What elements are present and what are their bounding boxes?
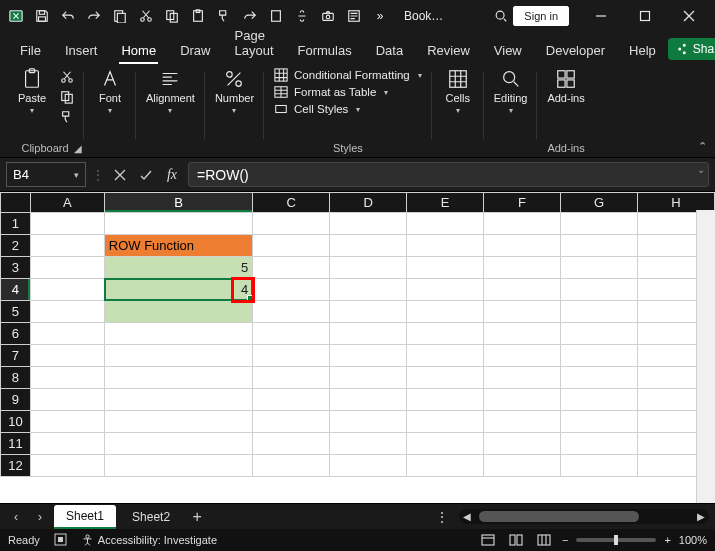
worksheet-grid[interactable]: A B C D E F G H 1 2ROW Function 35 44 5 …: [0, 192, 715, 503]
alignment-button[interactable]: Alignment ▾: [142, 66, 199, 117]
format-painter-mini-icon[interactable]: [56, 108, 78, 126]
scroll-left-icon[interactable]: ◀: [463, 511, 471, 522]
number-label: Number: [215, 92, 254, 104]
zoom-slider[interactable]: [576, 538, 656, 542]
col-header-e[interactable]: E: [407, 193, 484, 213]
col-header-b[interactable]: B: [104, 193, 253, 213]
tab-options-icon[interactable]: ⋮: [435, 509, 449, 525]
paste-small-icon[interactable]: [186, 4, 210, 28]
tab-file[interactable]: File: [8, 37, 53, 64]
addins-button[interactable]: Add-ins: [543, 66, 588, 106]
row-header[interactable]: 7: [1, 345, 31, 367]
tab-draw[interactable]: Draw: [168, 37, 222, 64]
strike-icon[interactable]: [290, 4, 314, 28]
normal-view-icon[interactable]: [478, 532, 498, 548]
cell-b5[interactable]: [104, 301, 253, 323]
row-header[interactable]: 4: [1, 279, 31, 301]
overflow-icon[interactable]: »: [368, 4, 392, 28]
tab-home[interactable]: Home: [109, 37, 168, 64]
horizontal-scrollbar[interactable]: ◀ ▶: [459, 509, 709, 524]
tab-insert[interactable]: Insert: [53, 37, 110, 64]
insert-function-icon[interactable]: fx: [162, 163, 182, 187]
row-header[interactable]: 1: [1, 213, 31, 235]
close-button[interactable]: [667, 0, 711, 32]
form-icon[interactable]: [342, 4, 366, 28]
scrollbar-thumb[interactable]: [479, 511, 639, 522]
col-header-h[interactable]: H: [638, 193, 715, 213]
minimize-button[interactable]: [579, 0, 623, 32]
number-button[interactable]: Number ▾: [211, 66, 258, 117]
row-header[interactable]: 9: [1, 389, 31, 411]
page-layout-view-icon[interactable]: [506, 532, 526, 548]
zoom-out-button[interactable]: −: [562, 534, 568, 546]
row-header[interactable]: 8: [1, 367, 31, 389]
format-as-table-button[interactable]: Format as Table▾: [270, 85, 426, 99]
sheet-tab-2[interactable]: Sheet2: [120, 506, 182, 528]
cancel-formula-icon[interactable]: [110, 163, 130, 187]
row-header[interactable]: 11: [1, 433, 31, 455]
cell-b3[interactable]: 5: [104, 257, 253, 279]
sheet-tab-1[interactable]: Sheet1: [54, 505, 116, 529]
quick-access-toolbar: »: [4, 4, 392, 28]
tab-formulas[interactable]: Formulas: [286, 37, 364, 64]
copy-icon[interactable]: [160, 4, 184, 28]
zoom-in-button[interactable]: +: [664, 534, 670, 546]
row-header[interactable]: 5: [1, 301, 31, 323]
chevron-down-icon: ▾: [232, 106, 236, 115]
row-header[interactable]: 10: [1, 411, 31, 433]
tab-view[interactable]: View: [482, 37, 534, 64]
select-all-corner[interactable]: [1, 193, 31, 213]
col-header-g[interactable]: G: [561, 193, 638, 213]
conditional-formatting-button[interactable]: Conditional Formatting▾: [270, 68, 426, 82]
cut-icon[interactable]: [134, 4, 158, 28]
copy-mini-icon[interactable]: [56, 88, 78, 106]
maximize-button[interactable]: [623, 0, 667, 32]
col-header-d[interactable]: D: [330, 193, 407, 213]
zoom-slider-handle[interactable]: [614, 535, 618, 545]
cut-mini-icon[interactable]: [56, 68, 78, 86]
cell-b4[interactable]: 4: [104, 279, 253, 301]
editing-button[interactable]: Editing ▾: [490, 66, 532, 117]
add-sheet-button[interactable]: +: [186, 508, 208, 526]
cells-button[interactable]: Cells ▾: [438, 66, 478, 117]
scroll-right-icon[interactable]: ▶: [697, 511, 705, 522]
tab-page-layout[interactable]: Page Layout: [223, 22, 286, 64]
undo-icon[interactable]: [56, 4, 80, 28]
camera-icon[interactable]: [316, 4, 340, 28]
col-header-f[interactable]: F: [484, 193, 561, 213]
tab-review[interactable]: Review: [415, 37, 482, 64]
collapse-ribbon-icon[interactable]: ⌃: [698, 140, 707, 153]
font-button[interactable]: Font ▾: [90, 66, 130, 117]
next-sheet-button[interactable]: ›: [30, 510, 50, 524]
tab-developer[interactable]: Developer: [534, 37, 617, 64]
page-break-view-icon[interactable]: [534, 532, 554, 548]
col-header-a[interactable]: A: [30, 193, 104, 213]
formula-input[interactable]: =ROW(): [188, 162, 709, 187]
excel-app-icon[interactable]: [4, 4, 28, 28]
name-box[interactable]: B4 ▾: [6, 162, 86, 187]
prev-sheet-button[interactable]: ‹: [6, 510, 26, 524]
macro-record-icon[interactable]: [54, 533, 67, 548]
search-icon[interactable]: [489, 4, 513, 28]
save-icon[interactable]: [30, 4, 54, 28]
tab-data[interactable]: Data: [364, 37, 415, 64]
row-header[interactable]: 6: [1, 323, 31, 345]
dialog-launcher-icon[interactable]: ◢: [74, 143, 82, 154]
share-button[interactable]: Share ▾: [668, 38, 715, 60]
cell-b2[interactable]: ROW Function: [104, 235, 253, 257]
tab-help[interactable]: Help: [617, 37, 668, 64]
accessibility-status[interactable]: Accessibility: Investigate: [81, 534, 217, 547]
enter-formula-icon[interactable]: [136, 163, 156, 187]
cell-styles-button[interactable]: Cell Styles▾: [270, 102, 426, 116]
redo-icon[interactable]: [82, 4, 106, 28]
paste-button[interactable]: Paste ▾: [12, 66, 52, 117]
row-header[interactable]: 2: [1, 235, 31, 257]
col-header-c[interactable]: C: [253, 193, 330, 213]
row-header[interactable]: 12: [1, 455, 31, 477]
row-header[interactable]: 3: [1, 257, 31, 279]
expand-formula-bar-icon[interactable]: ⌄: [697, 164, 705, 175]
svg-point-20: [69, 79, 73, 83]
new-file-icon[interactable]: [108, 4, 132, 28]
signin-button[interactable]: Sign in: [513, 6, 569, 26]
zoom-percent[interactable]: 100%: [679, 534, 707, 546]
